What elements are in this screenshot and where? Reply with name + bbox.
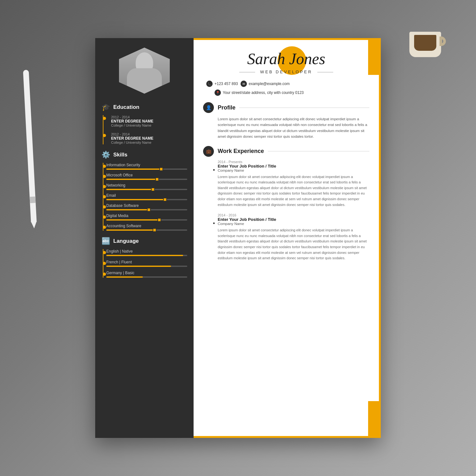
lang-fill-2 [106, 276, 143, 278]
work-company-0: Company Name [218, 169, 369, 172]
job-title: Web Developer [203, 69, 369, 74]
skill-item-0: Information Security [106, 163, 187, 170]
email-contact: ✉ example@example.com [241, 81, 290, 87]
work-items-container: 2014 - Presents Enter Your Job Position … [203, 160, 369, 261]
lang-name-1: French | Fluent [106, 260, 187, 264]
skill-dot-6 [153, 228, 156, 232]
language-title: Language [113, 238, 139, 244]
language-timeline: English | Native French | Fluent Germany… [102, 249, 187, 278]
title-line-left [239, 72, 255, 72]
skill-dot-0 [159, 167, 163, 171]
address-value: Your street/state address, city with cou… [223, 90, 304, 95]
skill-item-6: Accounting Software [106, 224, 187, 231]
skill-name-3: Email [106, 193, 187, 198]
language-icon: 🔤 [102, 237, 110, 245]
candidate-name: Sarah Jones [203, 50, 369, 68]
profile-icon: 👤 [203, 102, 214, 113]
education-item-1: 2012 - 2014 ENTER DEGREE NAME College / … [106, 115, 187, 127]
lang-item-0: English | Native [106, 249, 187, 256]
location-icon: 📍 [215, 89, 221, 96]
main-inner-content: Sarah Jones Web Developer 📞 +123 457 893… [194, 40, 379, 274]
skill-dot-5 [157, 218, 161, 222]
skill-name-1: Microsoft Office [106, 173, 187, 177]
name-area: Sarah Jones Web Developer [203, 50, 369, 74]
lang-bar-1 [106, 266, 187, 267]
work-company-1: Company Name [218, 222, 369, 226]
lang-name-2: Germany | Basic [106, 271, 187, 275]
skill-item-1: Microsoft Office [106, 173, 187, 180]
profile-header: 👤 Profile [203, 102, 369, 113]
skill-name-2: Networking [106, 183, 187, 188]
profile-section: 👤 Profile Lorem ipsum dolor sit amet con… [203, 102, 369, 140]
skill-dot-3 [163, 198, 167, 202]
skill-bar-0 [106, 169, 187, 170]
skill-bar-6 [106, 229, 187, 231]
skill-bar-1 [106, 179, 187, 180]
yellow-accent-bottom-right [368, 401, 381, 436]
skills-section: ⚙️ Skills Information Security Microsoft… [102, 151, 187, 231]
photo-silhouette [119, 48, 170, 94]
work-desc-1: Lorem ipsum dolor sit amet consectetur a… [218, 228, 369, 261]
edu-degree-1: ENTER DEGREE NAME [111, 119, 187, 123]
lang-bar-2 [106, 276, 187, 278]
graduation-icon: 🎓 [102, 103, 110, 111]
work-desc-0: Lorem ipsum dolor sit amet consectetur a… [218, 174, 369, 208]
lang-bar-0 [106, 255, 187, 256]
lang-item-1: French | Fluent [106, 260, 187, 267]
phone-contact: 📞 +123 457 893 [206, 81, 238, 87]
work-experience-divider [268, 151, 369, 151]
photo-area [95, 38, 194, 100]
skill-fill-6 [106, 229, 156, 231]
resume-main: Sarah Jones Web Developer 📞 +123 457 893… [194, 38, 381, 438]
skills-title: Skills [113, 152, 127, 158]
edu-degree-2: ENTER DEGREE NAME [111, 136, 187, 141]
skill-name-4: Database Software [106, 203, 187, 208]
language-section: 🔤 Language English | Native French | Flu… [102, 237, 187, 278]
skill-fill-5 [106, 219, 161, 221]
skill-fill-2 [106, 189, 155, 190]
edu-school-1: College / University Name [111, 123, 187, 127]
work-item-0: 2014 - Presents Enter Your Job Position … [218, 160, 369, 208]
gear-icon: ⚙️ [102, 151, 110, 159]
skill-fill-0 [106, 169, 163, 170]
skill-dot-2 [151, 188, 155, 191]
skill-item-2: Networking [106, 183, 187, 190]
skill-bar-4 [106, 209, 187, 210]
edu-year-1: 2012 - 2014 [111, 115, 187, 119]
address-contact: 📍 Your street/state address, city with c… [206, 89, 366, 96]
skill-item-3: Email [106, 193, 187, 200]
edu-school-2: College / University Name [111, 141, 187, 144]
skill-fill-3 [106, 199, 167, 200]
briefcase-icon: 💼 [203, 146, 214, 157]
skill-name-5: Digital Media [106, 214, 187, 218]
work-year-1: 2014 - 2016 [218, 213, 369, 217]
work-experience-header: 💼 Work Experience [203, 146, 369, 157]
email-value: example@example.com [249, 82, 290, 86]
coffee-handle [440, 36, 446, 46]
phone-icon: 📞 [206, 81, 213, 87]
skill-item-5: Digital Media [106, 214, 187, 221]
lang-item-2: Germany | Basic [106, 271, 187, 278]
phone-value: +123 457 893 [215, 82, 238, 86]
profile-photo [119, 48, 170, 94]
profile-text: Lorem ipsum dolor sit amet consectetur a… [203, 116, 369, 140]
resume-container: 🎓 Education 2012 - 2014 ENTER DEGREE NAM… [95, 38, 381, 438]
work-experience-title: Work Experience [218, 148, 264, 155]
education-header: 🎓 Education [102, 103, 187, 111]
education-section: 🎓 Education 2012 - 2014 ENTER DEGREE NAM… [102, 103, 187, 144]
title-line-right [317, 72, 333, 72]
profile-divider [239, 108, 369, 108]
skill-fill-4 [106, 209, 151, 210]
education-item-2: 2012 - 2014 ENTER DEGREE NAME College / … [106, 132, 187, 144]
lang-fill-1 [106, 266, 171, 267]
skills-timeline: Information Security Microsoft Office Ne… [102, 163, 187, 231]
skill-name-0: Information Security [106, 163, 187, 167]
sidebar-content: 🎓 Education 2012 - 2014 ENTER DEGREE NAM… [95, 100, 194, 290]
skill-bar-2 [106, 189, 187, 190]
work-item-1: 2014 - 2016 Enter Your Job Position / Ti… [218, 213, 369, 261]
contact-area: 📞 +123 457 893 ✉ example@example.com 📍 Y… [203, 81, 369, 96]
education-timeline: 2012 - 2014 ENTER DEGREE NAME College / … [102, 115, 187, 144]
profile-title: Profile [218, 104, 235, 111]
pencil-band [30, 196, 36, 203]
edu-year-2: 2012 - 2014 [111, 132, 187, 136]
